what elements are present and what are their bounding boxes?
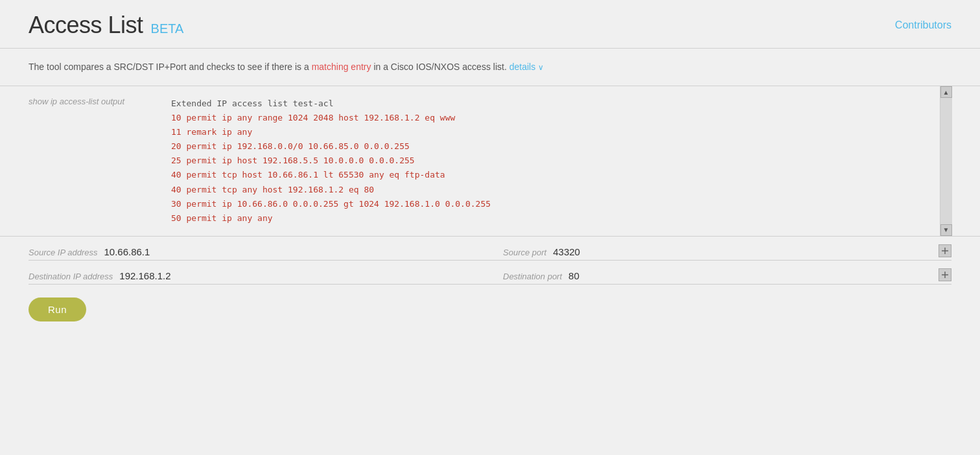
source-port-spinner[interactable] xyxy=(939,244,951,257)
scroll-up-arrow[interactable]: ▲ xyxy=(940,86,952,98)
acl-content-wrapper: Extended IP access list test-acl 10 perm… xyxy=(171,86,940,236)
run-button[interactable]: Run xyxy=(29,298,86,321)
acl-entry-0: 10 permit ip any range 1024 2048 host 19… xyxy=(171,111,940,125)
page-container: Access List BETA Contributors The tool c… xyxy=(0,0,980,334)
details-link[interactable]: details xyxy=(509,62,535,72)
form-row-2: Destination IP address Destination port xyxy=(29,261,951,285)
source-ip-label: Source IP address xyxy=(29,248,97,257)
description-bar: The tool compares a SRC/DST IP+Port and … xyxy=(0,49,980,86)
header-left: Access List BETA xyxy=(29,12,183,39)
acl-entry-5: 40 permit tcp any host 192.168.1.2 eq 80 xyxy=(171,183,940,197)
dest-port-field: Destination port xyxy=(503,268,951,281)
dest-port-label: Destination port xyxy=(503,272,562,281)
description-after: in a Cisco IOS/NXOS access list. xyxy=(373,62,506,72)
header: Access List BETA Contributors xyxy=(0,0,980,49)
source-port-input[interactable] xyxy=(553,246,676,257)
acl-entry-4: 40 permit tcp host 10.66.86.1 lt 65530 a… xyxy=(171,168,940,182)
acl-entry-6: 30 permit ip 10.66.86.0 0.0.0.255 gt 102… xyxy=(171,197,940,211)
source-ip-input[interactable] xyxy=(104,246,227,257)
description-text: The tool compares a SRC/DST IP+Port and … xyxy=(29,62,544,72)
source-ip-field: Source IP address xyxy=(29,246,477,257)
contributors-link[interactable]: Contributors xyxy=(895,19,951,31)
acl-header-line: Extended IP access list test-acl xyxy=(171,97,940,111)
scrollbar-track[interactable] xyxy=(940,98,952,224)
acl-section: show ip access-list output Extended IP a… xyxy=(0,86,980,237)
page-title: Access List xyxy=(29,12,143,39)
acl-entry-2: 20 permit ip 192.168.0.0/0 10.66.85.0 0.… xyxy=(171,139,940,154)
dest-port-spinner[interactable] xyxy=(939,268,951,281)
form-row-1: Source IP address Source port xyxy=(29,237,951,261)
source-port-label: Source port xyxy=(503,248,546,257)
form-section: Source IP address Source port xyxy=(0,237,980,285)
run-section: Run xyxy=(0,285,980,334)
dest-ip-field: Destination IP address xyxy=(29,270,477,281)
description-before: The tool compares a SRC/DST IP+Port and … xyxy=(29,62,309,72)
beta-badge: BETA xyxy=(151,21,184,36)
acl-content: Extended IP access list test-acl 10 perm… xyxy=(171,86,940,236)
dest-ip-input[interactable] xyxy=(119,270,242,281)
description-highlight: matching entry xyxy=(312,62,371,72)
chevron-down-icon: ∨ xyxy=(538,63,544,72)
scroll-down-arrow[interactable]: ▼ xyxy=(940,224,952,236)
acl-entry-1: 11 remark ip any xyxy=(171,125,940,139)
acl-entry-7: 50 permit ip any any xyxy=(171,211,940,226)
scrollbar[interactable]: ▲ ▼ xyxy=(940,86,951,236)
acl-entry-3: 25 permit ip host 192.168.5.5 10.0.0.0 0… xyxy=(171,154,940,168)
dest-port-input[interactable] xyxy=(568,270,692,281)
source-port-field: Source port xyxy=(503,244,951,257)
acl-label: show ip access-list output xyxy=(29,86,171,236)
dest-ip-label: Destination IP address xyxy=(29,272,113,281)
